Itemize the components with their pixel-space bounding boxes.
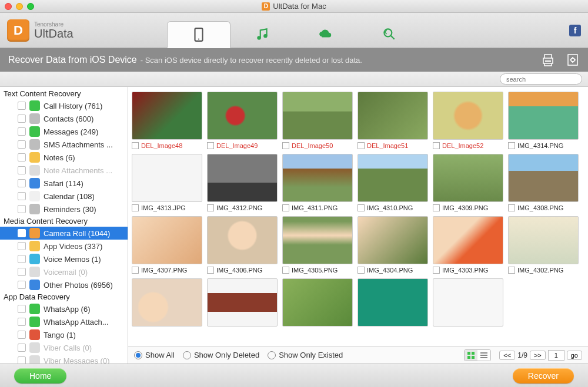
sidebar-item[interactable]: Camera Roll (1044) [0, 227, 128, 240]
page-jump-input[interactable] [548, 350, 564, 361]
sidebar-item[interactable]: Safari (114) [0, 177, 128, 190]
thumbnail-image[interactable] [358, 278, 428, 327]
sidebar-item[interactable]: Voice Memos (1) [0, 253, 128, 265]
thumbnail[interactable]: IMG_4303.PNG [433, 216, 503, 274]
thumbnail-image[interactable] [433, 278, 503, 327]
thumbnail[interactable] [282, 278, 353, 327]
thumbnail-image[interactable] [207, 92, 278, 140]
sidebar-item[interactable]: Viber Messages (0) [0, 354, 128, 364]
thumbnail[interactable]: IMG_4304.PNG [358, 216, 428, 274]
checkbox[interactable] [132, 204, 139, 211]
checkbox[interactable] [132, 142, 139, 149]
checkbox[interactable] [433, 142, 440, 149]
checkbox[interactable] [18, 115, 26, 123]
checkbox[interactable] [358, 142, 365, 149]
thumbnail-image[interactable] [433, 216, 503, 264]
close-button[interactable] [5, 3, 12, 10]
minimize-button[interactable] [16, 3, 23, 10]
thumbnail-image[interactable] [508, 92, 579, 140]
print-icon[interactable] [541, 53, 555, 67]
radio-show-existed[interactable]: Show Only Existed [268, 351, 343, 359]
checkbox[interactable] [358, 267, 365, 274]
thumbnail[interactable] [358, 278, 428, 327]
checkbox[interactable] [508, 204, 515, 211]
thumbnail-image[interactable] [358, 154, 428, 202]
thumbnail[interactable]: IMG_4313.JPG [132, 154, 202, 211]
thumbnail[interactable]: IMG_4305.PNG [282, 216, 353, 274]
checkbox[interactable] [18, 179, 26, 187]
thumbnail[interactable]: IMG_4311.PNG [282, 154, 353, 211]
search-input[interactable] [500, 73, 582, 85]
thumbnail[interactable]: IMG_4312.PNG [207, 154, 278, 211]
checkbox[interactable] [18, 166, 26, 174]
recover-button[interactable]: Recover [513, 368, 574, 383]
thumbnail[interactable]: IMG_4306.PNG [207, 216, 278, 274]
checkbox[interactable] [282, 204, 289, 211]
sidebar-item[interactable]: WhatsApp Attach... [0, 315, 128, 328]
checkbox[interactable] [18, 356, 26, 364]
thumbnail-image[interactable] [282, 278, 353, 327]
thumbnail-image[interactable] [132, 278, 202, 327]
tab-device[interactable] [167, 21, 230, 48]
thumbnail-image[interactable] [508, 154, 579, 202]
checkbox[interactable] [433, 267, 440, 274]
thumbnail-image[interactable] [207, 154, 278, 202]
sidebar-item[interactable]: Viber Calls (0) [0, 341, 128, 354]
view-list-button[interactable] [477, 350, 490, 361]
checkbox[interactable] [282, 142, 289, 149]
thumbnail[interactable]: IMG_4307.PNG [132, 216, 202, 274]
checkbox[interactable] [207, 204, 214, 211]
thumbnail-image[interactable] [358, 216, 428, 264]
thumbnail-image[interactable] [132, 92, 202, 140]
checkbox[interactable] [18, 153, 26, 161]
thumbnail-image[interactable] [282, 216, 353, 264]
radio-show-deleted[interactable]: Show Only Deleted [183, 351, 259, 359]
thumbnail[interactable]: DEL_Image50 [282, 92, 353, 149]
sidebar-item[interactable]: App Videos (337) [0, 240, 128, 253]
thumbnail[interactable]: IMG_4308.PNG [508, 154, 579, 211]
checkbox[interactable] [18, 229, 26, 237]
checkbox[interactable] [282, 267, 289, 274]
radio-show-all[interactable]: Show All [134, 351, 175, 359]
sidebar-item[interactable]: Calendar (108) [0, 190, 128, 203]
checkbox[interactable] [508, 267, 515, 274]
checkbox[interactable] [207, 267, 214, 274]
thumbnail-image[interactable] [207, 216, 278, 264]
checkbox[interactable] [18, 205, 26, 213]
sidebar-item[interactable]: Voicemail (0) [0, 265, 128, 278]
thumbnail[interactable] [433, 278, 503, 327]
thumbnail-image[interactable] [132, 154, 202, 202]
thumbnail-image[interactable] [433, 92, 503, 140]
tab-icloud[interactable] [294, 21, 358, 48]
page-prev-button[interactable]: << [499, 351, 515, 360]
view-grid-button[interactable] [465, 350, 477, 361]
sidebar-item[interactable]: WhatsApp (6) [0, 302, 128, 315]
settings-icon[interactable] [566, 53, 580, 67]
checkbox[interactable] [18, 242, 26, 250]
thumbnail[interactable]: IMG_4302.PNG [508, 216, 579, 274]
sidebar-item[interactable]: Reminders (30) [0, 203, 128, 216]
sidebar-item[interactable]: Notes (6) [0, 151, 128, 164]
checkbox[interactable] [18, 318, 26, 326]
sidebar-item[interactable]: Contacts (600) [0, 112, 128, 125]
checkbox[interactable] [18, 331, 26, 339]
thumbnail[interactable]: IMG_4309.PNG [433, 154, 503, 211]
sidebar-item[interactable]: Other Photos (6956) [0, 278, 128, 291]
thumbnail[interactable] [132, 278, 202, 327]
thumbnail-image[interactable] [207, 278, 278, 327]
checkbox[interactable] [508, 142, 515, 149]
facebook-icon[interactable]: f [569, 25, 581, 36]
checkbox[interactable] [132, 267, 139, 274]
page-next-button[interactable]: >> [530, 351, 546, 360]
zoom-button[interactable] [27, 3, 34, 10]
thumbnail[interactable] [207, 278, 278, 327]
checkbox[interactable] [207, 142, 214, 149]
thumbnail-image[interactable] [132, 216, 202, 264]
checkbox[interactable] [18, 127, 26, 136]
thumbnail-image[interactable] [282, 92, 353, 140]
sidebar-item[interactable]: Messages (249) [0, 125, 128, 138]
checkbox[interactable] [18, 305, 26, 313]
checkbox[interactable] [18, 102, 26, 110]
sidebar-item[interactable]: SMS Attachments ... [0, 138, 128, 151]
thumbnail-image[interactable] [433, 154, 503, 202]
